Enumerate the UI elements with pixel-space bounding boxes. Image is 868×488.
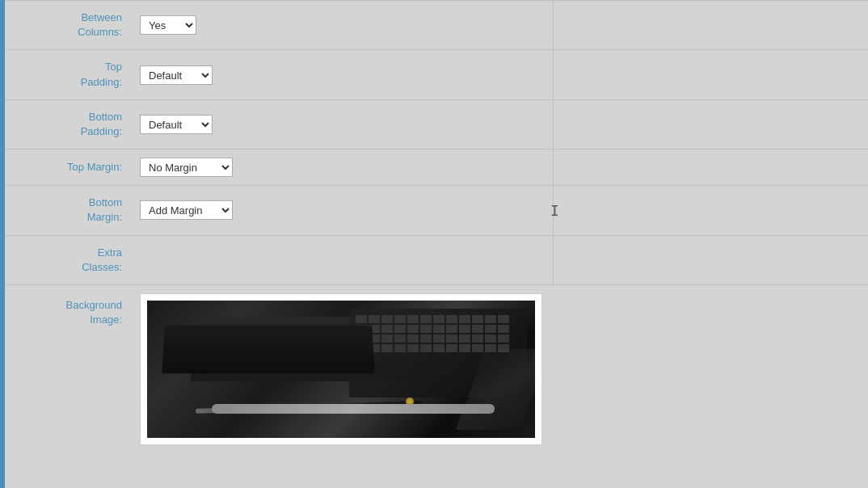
between-columns-row: BetweenColumns: Yes No xyxy=(5,0,868,50)
extra-classes-row: ExtraClasses: xyxy=(5,236,868,285)
top-padding-divider xyxy=(553,50,868,99)
circular-object xyxy=(406,398,414,406)
bottom-padding-label: BottomPadding: xyxy=(5,100,130,149)
background-image-row: BackgroundImage: xyxy=(5,285,868,453)
top-margin-input-cell: No Margin Add Margin Default xyxy=(130,149,553,185)
bottom-margin-label: BottomMargin: xyxy=(5,186,130,234)
background-image-content xyxy=(130,285,868,453)
extra-classes-divider xyxy=(553,236,868,284)
bottom-padding-select[interactable]: Default None Small Large xyxy=(140,115,213,134)
content-area: BetweenColumns: Yes No TopPadding: Defau… xyxy=(5,0,868,488)
bottom-padding-input-cell: Default None Small Large xyxy=(130,100,553,149)
bottom-margin-divider xyxy=(553,186,868,234)
top-margin-divider xyxy=(553,149,868,185)
top-padding-select[interactable]: Default None Small Large xyxy=(140,65,213,85)
top-padding-input-cell: Default None Small Large xyxy=(130,50,553,99)
bottom-padding-divider xyxy=(553,100,868,149)
extra-classes-input-cell xyxy=(130,236,553,284)
bottom-padding-row: BottomPadding: Default None Small Large xyxy=(5,100,868,149)
between-columns-divider xyxy=(553,1,868,49)
device-body xyxy=(162,325,374,373)
between-columns-input-cell: Yes No xyxy=(130,1,553,49)
pen-stylus xyxy=(196,401,422,414)
extra-classes-label: ExtraClasses: xyxy=(5,236,130,284)
image-preview-container xyxy=(140,293,542,445)
text-cursor: I xyxy=(550,202,559,219)
top-margin-label: Top Margin: xyxy=(5,149,130,185)
background-image-label: BackgroundImage: xyxy=(5,285,130,453)
bottom-margin-row: BottomMargin: Add Margin No Margin Defau… xyxy=(5,186,868,235)
top-margin-row: Top Margin: No Margin Add Margin Default xyxy=(5,149,868,186)
top-padding-label: TopPadding: xyxy=(5,50,130,99)
page-container: BetweenColumns: Yes No TopPadding: Defau… xyxy=(0,0,868,488)
top-margin-select[interactable]: No Margin Add Margin Default xyxy=(140,158,233,177)
between-columns-select[interactable]: Yes No xyxy=(140,15,196,35)
background-image-preview xyxy=(147,301,535,438)
bottom-margin-input-cell: Add Margin No Margin Default I xyxy=(130,186,553,234)
top-padding-row: TopPadding: Default None Small Large xyxy=(5,50,868,99)
between-columns-label: BetweenColumns: xyxy=(5,1,130,49)
bottom-margin-select[interactable]: Add Margin No Margin Default xyxy=(140,200,233,220)
